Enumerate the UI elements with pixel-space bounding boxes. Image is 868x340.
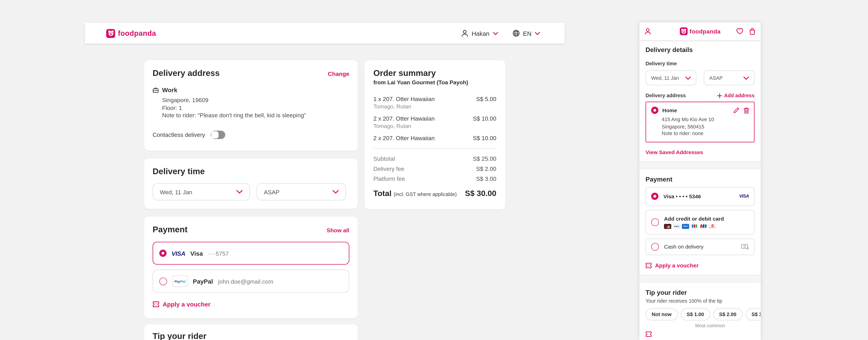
delete-trash-icon[interactable] (743, 107, 749, 114)
address-option-home[interactable]: Home 415 Ang Mo Kio Ave 10 Singapore, 56… (646, 102, 754, 142)
panda-icon (680, 27, 687, 35)
payment-option-add-card[interactable]: Add credit or debit card VISA AMEX vodaf… (646, 210, 754, 234)
chevron-down-icon (535, 32, 540, 35)
address-line-note: Note to rider: none (662, 130, 749, 137)
date-select[interactable]: Wed, 11 Jan (646, 70, 696, 86)
add-card-label: Add credit or debit card (664, 215, 724, 221)
payment-option-visa[interactable]: VISA Visa ····5757 (153, 242, 349, 265)
page: foodpanda Hakan EN Delivery address Chan… (0, 0, 868, 340)
subtotal-value: S$ 25.00 (473, 155, 496, 162)
radio-selected-icon (159, 249, 167, 257)
divider (373, 148, 496, 148)
date-select-value: Wed, 11 Jan (160, 189, 192, 195)
tip-option-not-now[interactable]: Not now (646, 308, 678, 320)
order-item: 1 x 207. Otter HawaiianS$ 5.00 Tomago, R… (373, 96, 496, 109)
cash-icon (741, 244, 749, 249)
payment-option-visa[interactable]: Visa • • • • 5346 VISA (646, 187, 754, 206)
paypal-logo: PayPal (172, 275, 188, 287)
restaurant-name: from Lai Yuan Gourmet (Toa Payoh) (373, 79, 496, 86)
apply-voucher-link[interactable]: Apply a voucher (153, 301, 349, 308)
apply-voucher-link[interactable]: Apply a voucher (646, 262, 754, 268)
address-line-city: Singapore, 19609 (162, 97, 349, 104)
account-menu[interactable]: Hakan (461, 29, 498, 37)
amex-icon: AMEX (682, 224, 689, 229)
radio-unselected-icon (159, 277, 167, 285)
contactless-label: Contactless delivery (153, 131, 205, 138)
chevron-down-icon (685, 76, 691, 79)
voucher-icon (646, 331, 754, 337)
edit-pencil-icon[interactable] (733, 107, 739, 113)
radio-selected-icon (651, 107, 658, 114)
delivery-address-label: Delivery address (646, 93, 686, 98)
order-item: 2 x 207. Otter HawaiianS$ 10.00 (373, 135, 496, 141)
item-price: S$ 10.00 (473, 135, 496, 141)
time-select[interactable]: ASAP (704, 70, 754, 86)
foodpanda-wordmark: foodpanda (690, 28, 720, 35)
foodpanda-logo[interactable]: foodpanda (680, 27, 720, 35)
time-select-value: ASAP (264, 189, 280, 195)
subtotal-label: Subtotal (373, 155, 395, 162)
card-brand-icons: VISA AMEX vodafone (664, 224, 724, 229)
tip-rider-title: Tip your rider (646, 289, 754, 296)
order-summary-title: Order summary (373, 68, 496, 77)
foodpanda-wordmark: foodpanda (118, 29, 156, 37)
section-divider (640, 161, 761, 169)
platform-fee-label: Platform fee (373, 175, 405, 182)
visa-card-label: Visa • • • • 5346 (663, 193, 701, 199)
delivery-address-title: Delivery address (153, 68, 220, 77)
delivery-fee-label: Delivery fee (373, 165, 404, 172)
visa-name: Visa (190, 250, 203, 257)
address-line-city: Singapore, 560415 (662, 123, 749, 130)
address-line-floor: Floor: 1 (162, 104, 349, 112)
payment-option-cash[interactable]: Cash on delivery (646, 238, 754, 255)
contactless-toggle[interactable] (211, 130, 225, 139)
date-select[interactable]: Wed, 11 Jan (153, 183, 250, 200)
chevron-down-icon (743, 76, 749, 79)
tip-option-3[interactable]: S$ 3.00 (745, 308, 761, 320)
total-value: S$ 30.00 (465, 189, 496, 198)
delivery-fee-value: S$ 2.00 (476, 165, 496, 172)
payment-option-paypal[interactable]: PayPal PayPal john.doe@gmail.com (153, 270, 349, 293)
tip-option-2[interactable]: S$ 2.00 (713, 308, 743, 320)
paypal-name: PayPal (193, 278, 213, 284)
unionpay-icon (700, 224, 707, 229)
visa-icon: VISA (673, 224, 680, 229)
address-label: Work (162, 87, 177, 93)
delivery-time-card: Delivery time Wed, 11 Jan ASAP (144, 159, 358, 209)
mobile-panel: foodpanda Delivery details Delivery time… (640, 22, 761, 340)
item-name: 1 x 207. Otter Hawaiian (373, 96, 435, 102)
payment-title: Payment (646, 176, 754, 182)
payment-title: Payment (153, 225, 187, 234)
address-line-note: Note to rider: "Please don't ring the be… (162, 112, 349, 119)
item-price: S$ 5.00 (476, 96, 496, 102)
address-name: Home (662, 107, 677, 113)
total-label: Total (incl. GST where applicable) (373, 189, 457, 198)
user-name: Hakan (472, 30, 490, 36)
change-address-link[interactable]: Change (328, 70, 349, 77)
foodpanda-logo[interactable]: foodpanda (106, 29, 156, 38)
radio-unselected-icon (651, 218, 659, 226)
chevron-down-icon (493, 32, 498, 35)
delivery-details-title: Delivery details (646, 46, 754, 53)
item-name: 2 x 207. Otter Hawaiian (373, 115, 435, 122)
delivery-address-card: Delivery address Change Work Singapore, … (144, 60, 358, 150)
tip-rider-card: Tip your rider (144, 325, 358, 340)
time-select[interactable]: ASAP (256, 183, 346, 200)
voucher-icon (153, 301, 159, 308)
order-summary-card: Order summary from Lai Yuan Gourmet (Toa… (365, 60, 505, 209)
order-item: 2 x 207. Otter HawaiianS$ 10.00 Tomago, … (373, 115, 496, 129)
add-address-link[interactable]: Add address (717, 93, 754, 98)
cart-bag-icon[interactable] (749, 28, 756, 35)
platform-fee-value: S$ 3.00 (476, 175, 496, 182)
delivery-time-label: Delivery time (646, 61, 754, 67)
view-saved-addresses-link[interactable]: View Saved Addresses (646, 149, 754, 155)
section-divider (640, 274, 761, 282)
person-icon[interactable] (644, 28, 651, 35)
tip-option-1[interactable]: S$ 1.00 (681, 308, 710, 320)
panda-icon (106, 29, 115, 38)
heart-icon[interactable] (736, 28, 743, 35)
total-note: (incl. GST where applicable) (394, 192, 457, 197)
language-menu[interactable]: EN (513, 30, 540, 37)
radio-unselected-icon (651, 243, 659, 250)
show-all-link[interactable]: Show all (327, 227, 349, 233)
